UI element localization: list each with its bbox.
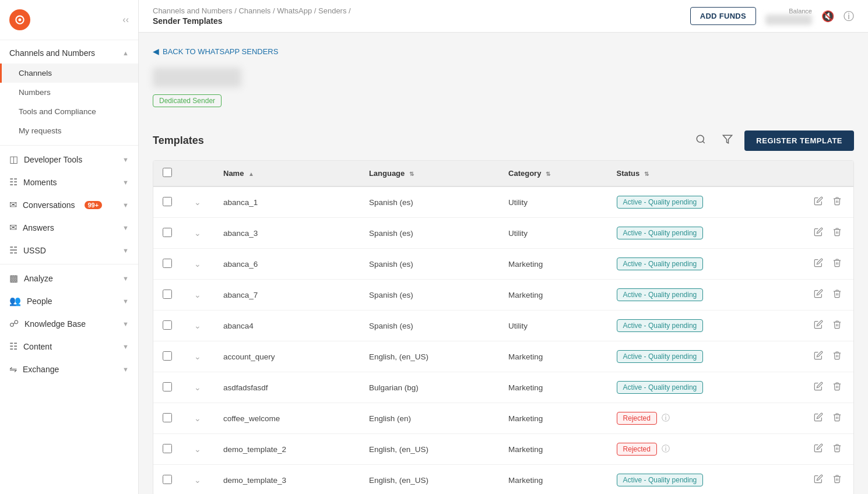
expand-row-btn[interactable]: ⌄ xyxy=(191,289,205,301)
search-button[interactable] xyxy=(691,132,711,150)
delete-template-btn[interactable] xyxy=(830,194,844,210)
col-header-status[interactable]: Status ⇅ xyxy=(607,161,795,186)
delete-template-btn[interactable] xyxy=(830,379,844,396)
table-row: ⌄ abanca_1 Spanish (es) Utility Active -… xyxy=(153,186,853,218)
edit-template-btn[interactable] xyxy=(811,256,825,272)
row-status-cell: Active - Quality pending xyxy=(607,218,795,249)
row-checkbox-0[interactable] xyxy=(163,197,172,206)
col-header-name[interactable]: Name ▲ xyxy=(214,161,360,186)
mute-icon[interactable]: 🔇 xyxy=(821,10,834,23)
row-checkbox-3[interactable] xyxy=(163,290,172,299)
edit-template-btn[interactable] xyxy=(811,348,825,365)
sidebar-group-header-moments[interactable]: ☷ Moments ▼ xyxy=(0,171,138,193)
row-category-cell: Marketing xyxy=(499,465,607,495)
chevron-up-icon: ▲ xyxy=(122,50,129,57)
table-row: ⌄ asdfadsfasdf Bulgarian (bg) Marketing … xyxy=(153,372,853,403)
delete-template-btn[interactable] xyxy=(830,317,844,334)
status-badge: Rejected xyxy=(617,412,657,425)
balance-area: Balance xyxy=(765,8,812,25)
edit-template-btn[interactable] xyxy=(811,287,825,303)
edit-template-btn[interactable] xyxy=(811,441,825,457)
breadcrumb-channels[interactable]: Channels xyxy=(238,6,270,15)
sidebar-item-channels[interactable]: Channels xyxy=(0,63,138,83)
row-checkbox-1[interactable] xyxy=(163,228,172,237)
breadcrumb-channels-numbers[interactable]: Channels and Numbers xyxy=(153,6,233,15)
sidebar-group-header-content[interactable]: ☷ Content ▼ xyxy=(0,335,138,358)
breadcrumb-whatsapp[interactable]: WhatsApp xyxy=(277,6,312,15)
row-checkbox-8[interactable] xyxy=(163,444,172,453)
filter-button[interactable] xyxy=(718,132,737,150)
sidebar-group-header-developer-tools[interactable]: ◫ Developer Tools ▼ xyxy=(0,148,138,171)
edit-template-btn[interactable] xyxy=(811,225,825,241)
expand-row-btn[interactable]: ⌄ xyxy=(191,227,205,239)
help-icon[interactable]: ⓘ xyxy=(844,9,854,23)
delete-template-btn[interactable] xyxy=(830,410,844,426)
edit-template-btn[interactable] xyxy=(811,317,825,334)
col-header-actions xyxy=(795,161,853,186)
edit-template-btn[interactable] xyxy=(811,379,825,396)
row-checkbox-5[interactable] xyxy=(163,351,172,361)
sidebar-item-tools-compliance[interactable]: Tools and Compliance xyxy=(0,102,138,121)
row-name-cell: abanca_7 xyxy=(214,280,360,310)
expand-row-btn[interactable]: ⌄ xyxy=(191,196,205,208)
edit-template-btn[interactable] xyxy=(811,410,825,426)
table-row: ⌄ abanca_3 Spanish (es) Utility Active -… xyxy=(153,218,853,249)
row-language-cell: Spanish (es) xyxy=(360,310,499,341)
sidebar-group-header-conversations[interactable]: ✉ Conversations 99+ ▼ xyxy=(0,193,138,216)
col-header-category[interactable]: Category ⇅ xyxy=(499,161,607,186)
sidebar-group-header-answers[interactable]: ✉ Answers ▼ xyxy=(0,216,138,239)
back-to-whatsapp-senders-link[interactable]: ◀ BACK TO WHATSAPP SENDERS xyxy=(153,47,854,56)
conversations-icon: ✉ xyxy=(9,199,17,210)
exchange-icon: ⇋ xyxy=(9,364,17,375)
sidebar-group-header-ussd[interactable]: ☵ USSD ▼ xyxy=(0,239,138,262)
edit-template-btn[interactable] xyxy=(811,194,825,210)
sidebar-collapse-btn[interactable]: ‹‹ xyxy=(122,15,129,25)
chevron-down-icon: ▼ xyxy=(122,298,129,305)
expand-row-btn[interactable]: ⌄ xyxy=(191,351,205,362)
sidebar-channels-group: Channels and Numbers ▲ Channels Numbers … xyxy=(0,40,138,143)
expand-row-btn[interactable]: ⌄ xyxy=(191,443,205,455)
row-name-cell: account_query xyxy=(214,341,360,372)
sidebar-group-header-exchange[interactable]: ⇋ Exchange ▼ xyxy=(0,358,138,380)
info-icon[interactable]: ⓘ xyxy=(662,413,670,422)
row-checkbox-7[interactable] xyxy=(163,413,172,422)
sidebar-group-header-analyze[interactable]: ▩ Analyze ▼ xyxy=(0,267,138,290)
row-checkbox-6[interactable] xyxy=(163,382,172,391)
sidebar-group-analyze: ▩ Analyze ▼ xyxy=(0,267,138,290)
expand-row-btn[interactable]: ⌄ xyxy=(191,320,205,331)
row-checkbox-4[interactable] xyxy=(163,320,172,330)
sidebar-group-header-people[interactable]: 👥 People ▼ xyxy=(0,290,138,312)
row-checkbox-9[interactable] xyxy=(163,475,172,484)
delete-template-btn[interactable] xyxy=(830,472,844,488)
sidebar-item-my-requests[interactable]: My requests xyxy=(0,121,138,140)
row-language-cell: Spanish (es) xyxy=(360,249,499,280)
breadcrumb-senders[interactable]: Senders xyxy=(318,6,346,15)
delete-template-btn[interactable] xyxy=(830,225,844,241)
sidebar-group-header-knowledge-base[interactable]: ☍ Knowledge Base ▼ xyxy=(0,312,138,335)
row-status-cell: Rejected ⓘ xyxy=(607,434,795,465)
info-icon[interactable]: ⓘ xyxy=(662,444,670,453)
add-funds-button[interactable]: ADD FUNDS xyxy=(690,7,756,25)
row-checkbox-2[interactable] xyxy=(163,259,172,268)
table-row: ⌄ demo_template_3 English, (en_US) Marke… xyxy=(153,465,853,495)
row-language-cell: Bulgarian (bg) xyxy=(360,372,499,403)
row-expand-cell: ⌄ xyxy=(181,465,214,495)
row-category-cell: Marketing xyxy=(499,403,607,434)
row-status-cell: Active - Quality pending xyxy=(607,249,795,280)
select-all-checkbox[interactable] xyxy=(163,168,172,177)
expand-row-btn[interactable]: ⌄ xyxy=(191,258,205,270)
delete-template-btn[interactable] xyxy=(830,287,844,303)
sidebar-group-channels-numbers[interactable]: Channels and Numbers ▲ xyxy=(0,43,138,63)
sidebar-item-numbers[interactable]: Numbers xyxy=(0,83,138,102)
row-expand-cell: ⌄ xyxy=(181,372,214,403)
col-header-language[interactable]: Language ⇅ xyxy=(360,161,499,186)
delete-template-btn[interactable] xyxy=(830,256,844,272)
delete-template-btn[interactable] xyxy=(830,441,844,457)
register-template-button[interactable]: REGISTER TEMPLATE xyxy=(744,130,854,151)
row-status-cell: Active - Quality pending xyxy=(607,465,795,495)
expand-row-btn[interactable]: ⌄ xyxy=(191,412,205,424)
edit-template-btn[interactable] xyxy=(811,472,825,488)
expand-row-btn[interactable]: ⌄ xyxy=(191,474,205,486)
delete-template-btn[interactable] xyxy=(830,348,844,365)
expand-row-btn[interactable]: ⌄ xyxy=(191,382,205,393)
